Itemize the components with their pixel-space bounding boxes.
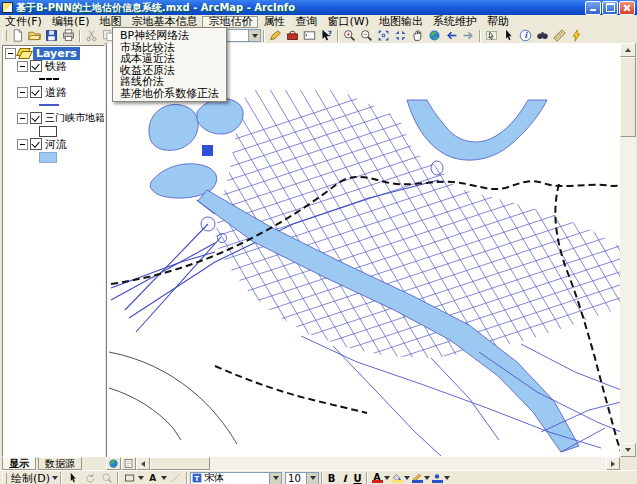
zoom-to-selected-tool[interactable]	[98, 471, 115, 484]
chevron-down-icon[interactable]	[444, 476, 450, 480]
zoom-in-button[interactable]	[341, 29, 358, 43]
fill-color-button[interactable]	[390, 473, 404, 483]
horizontal-scroll-thumb[interactable]	[150, 457, 210, 470]
collapse-icon[interactable]	[17, 61, 28, 72]
map-svg	[107, 43, 620, 457]
horizontal-scrollbar[interactable]	[106, 457, 620, 470]
layer-name[interactable]: 道路	[45, 85, 67, 100]
font-size-dropdown-button[interactable]	[306, 473, 318, 484]
layer-row-road[interactable]: 道路	[15, 86, 104, 98]
scale-dropdown-button[interactable]	[248, 30, 260, 41]
fixed-zoom-in-icon	[377, 29, 390, 42]
line-color-button[interactable]	[410, 473, 424, 483]
underline-button[interactable]: U	[351, 473, 364, 484]
layer-name[interactable]: 铁路	[45, 59, 67, 74]
toc-root-row[interactable]: Layers	[3, 47, 104, 59]
scroll-right-button[interactable]	[606, 457, 620, 470]
select-elements-button[interactable]	[500, 29, 517, 43]
menu-help[interactable]: 帮助	[482, 16, 514, 28]
menu-map-output[interactable]: 地图输出	[374, 16, 428, 28]
pan-button[interactable]	[409, 29, 426, 43]
toolbar-grip[interactable]	[2, 30, 7, 41]
layer-checkbox[interactable]	[30, 138, 42, 150]
find-button[interactable]	[534, 29, 551, 43]
map-canvas[interactable]	[106, 43, 620, 457]
sketch-line-icon	[170, 472, 182, 484]
fixed-zoom-out-button[interactable]	[392, 29, 409, 43]
menu-edit[interactable]: 编辑(E)	[47, 16, 95, 28]
layer-checkbox[interactable]	[30, 86, 42, 98]
menu-parcel-estimation[interactable]: 宗地估价	[202, 16, 258, 28]
table-of-contents: Layers 铁路 道路 三门峡市地籍图	[0, 43, 104, 457]
marker-color-button[interactable]	[430, 473, 444, 483]
select-features-button[interactable]	[483, 29, 500, 43]
font-dropdown-button[interactable]	[269, 473, 281, 484]
zoom-out-button[interactable]	[358, 29, 375, 43]
next-extent-button[interactable]	[460, 29, 477, 43]
layer-row-river[interactable]: 河流	[15, 138, 104, 150]
menu-map[interactable]: 地图	[94, 16, 126, 28]
scroll-down-button[interactable]	[620, 443, 636, 457]
menu-item-bp-neural-network[interactable]: BP神经网络法	[113, 30, 226, 42]
layer-name[interactable]: 河流	[45, 137, 67, 152]
toolbar-grip[interactable]	[2, 473, 7, 484]
menu-query[interactable]: 查询	[290, 16, 322, 28]
layer-checkbox[interactable]	[30, 60, 42, 72]
font-combo[interactable]: T 宋体	[190, 472, 282, 484]
select-elements-tool[interactable]	[64, 471, 81, 484]
whats-this-button[interactable]: ?	[318, 29, 335, 43]
menu-item-benchmark-price-correction[interactable]: 基准地价系数修正法	[113, 88, 226, 100]
menu-file[interactable]: 文件(F)	[0, 16, 47, 28]
menu-item-route-price[interactable]: 路线价法	[113, 76, 226, 88]
editor-toolbar-button[interactable]	[267, 29, 284, 43]
vertical-scrollbar[interactable]	[620, 43, 636, 457]
svg-text:A: A	[149, 473, 156, 483]
measure-button[interactable]	[551, 29, 568, 43]
edit-vertices-tool[interactable]	[167, 471, 184, 484]
save-button[interactable]	[43, 29, 60, 43]
collapse-icon[interactable]	[17, 87, 28, 98]
fixed-zoom-in-button[interactable]	[375, 29, 392, 43]
cut-button[interactable]	[83, 29, 100, 43]
new-map-button[interactable]	[9, 29, 26, 43]
minimize-button[interactable]	[585, 1, 601, 15]
close-button[interactable]	[619, 1, 635, 15]
layer-row-cadastral[interactable]: 三门峡市地籍图	[15, 112, 104, 124]
layer-checkbox[interactable]	[30, 112, 42, 124]
maximize-button[interactable]	[602, 1, 618, 15]
arctoolbox-button[interactable]	[284, 29, 301, 43]
previous-extent-button[interactable]	[443, 29, 460, 43]
draw-menu-button[interactable]: 绘制(D)	[9, 471, 52, 484]
font-color-button[interactable]: A	[370, 473, 384, 483]
command-window-button[interactable]	[301, 29, 318, 43]
layer-row-railway[interactable]: 铁路	[15, 60, 104, 72]
print-button[interactable]	[60, 29, 77, 43]
layer-name[interactable]: 三门峡市地籍图	[45, 111, 105, 125]
identify-button[interactable]: i	[517, 29, 534, 43]
shape-tool[interactable]	[121, 471, 138, 484]
rotate-tool[interactable]	[81, 471, 98, 484]
menu-item-cost-approach[interactable]: 成本逼近法	[113, 53, 226, 65]
bold-button[interactable]: B	[325, 473, 338, 484]
collapse-icon[interactable]	[17, 113, 28, 124]
font-size-combo[interactable]: 10	[285, 472, 319, 484]
vertical-scroll-thumb[interactable]	[620, 57, 636, 137]
italic-button[interactable]: I	[338, 473, 351, 484]
scroll-up-button[interactable]	[620, 43, 636, 57]
menu-parcel-basic-info[interactable]: 宗地基本信息	[126, 16, 202, 28]
tab-display[interactable]: 显示	[2, 457, 36, 470]
text-tool[interactable]: A	[144, 471, 161, 484]
full-extent-button[interactable]	[426, 29, 443, 43]
horizontal-scroll-track[interactable]	[210, 457, 606, 470]
tab-source[interactable]: 数据源	[38, 457, 82, 470]
open-button[interactable]	[26, 29, 43, 43]
menu-attribute[interactable]: 属性	[258, 16, 290, 28]
collapse-icon[interactable]	[5, 48, 16, 59]
menu-system-maintenance[interactable]: 系统维护	[428, 16, 482, 28]
layout-view-button[interactable]	[121, 457, 136, 470]
scroll-left-button[interactable]	[136, 457, 150, 470]
hyperlink-button[interactable]	[568, 29, 585, 43]
menu-window[interactable]: 窗口(W)	[322, 16, 373, 28]
data-view-button[interactable]	[106, 457, 121, 470]
collapse-icon[interactable]	[17, 139, 28, 150]
